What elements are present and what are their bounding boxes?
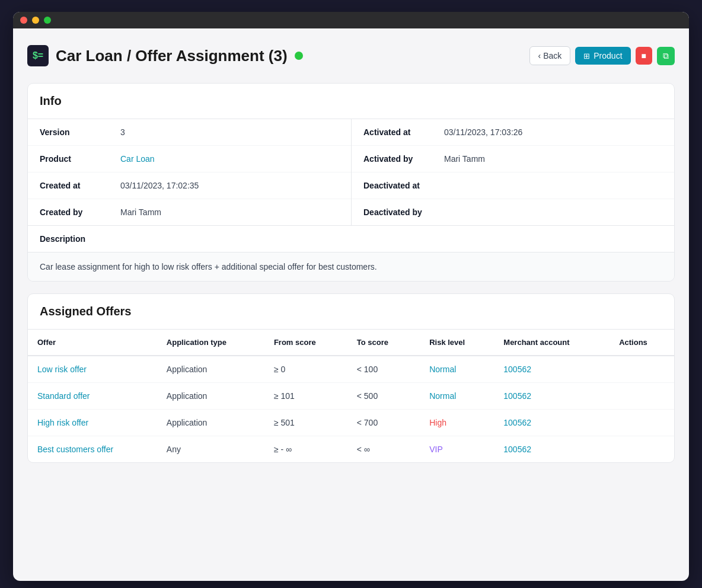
table-row: Standard offer Application ≥ 101 < 500 N… (28, 383, 674, 410)
main-content: $= Car Loan / Offer Assignment (3) ‹ Bac… (13, 28, 689, 487)
offer-name-2[interactable]: High risk offer (28, 410, 157, 436)
product-button[interactable]: ⊞ Product (575, 47, 630, 65)
description-value: Car lease assignment for high to low ris… (28, 253, 674, 281)
info-row-created-at: Created at 03/11/2023, 17:02:35 (28, 172, 351, 199)
header-actions: ‹ Back ⊞ Product ■ ⧉ (529, 46, 675, 65)
from-score-0: ≥ 0 (264, 356, 347, 383)
info-table: Version 3 Product Car Loan Created at 03… (28, 119, 674, 226)
app-icon-text: $= (33, 50, 43, 61)
to-score-2: < 700 (347, 410, 420, 436)
created-by-label: Created by (40, 207, 111, 217)
created-at-label: Created at (40, 181, 111, 190)
copy-icon: ⧉ (663, 51, 669, 61)
version-label: Version (40, 127, 111, 137)
activated-by-label: Activated by (363, 154, 435, 164)
info-row-product: Product Car Loan (28, 146, 351, 172)
minimize-dot[interactable] (32, 17, 39, 24)
copy-button[interactable]: ⧉ (657, 47, 675, 65)
created-by-value: Mari Tamm (120, 207, 161, 217)
back-label: ‹ Back (538, 51, 562, 60)
header-left: $= Car Loan / Offer Assignment (3) (27, 45, 303, 66)
description-label-row: Description (28, 226, 674, 253)
col-header-apptype: Application type (157, 330, 264, 356)
table-row: Best customers offer Any ≥ - ∞ < ∞ VIP 1… (28, 436, 674, 463)
col-header-actions: Actions (610, 330, 674, 356)
to-score-1: < 500 (347, 383, 420, 410)
info-row-version: Version 3 (28, 119, 351, 146)
offers-card: Assigned Offers Offer Application type (27, 293, 675, 463)
risk-level-3: VIP (420, 436, 494, 463)
table-header-row: Offer Application type From score To sco… (28, 330, 674, 356)
col-header-offer: Offer (28, 330, 157, 356)
info-row-deactivated-by: Deactivated by (352, 199, 674, 225)
description-label: Description (40, 234, 111, 244)
info-card-header: Info (28, 84, 674, 119)
table-row: Low risk offer Application ≥ 0 < 100 Nor… (28, 356, 674, 383)
merchant-account-0[interactable]: 100562 (494, 356, 610, 383)
to-score-3: < ∞ (347, 436, 420, 463)
app-type-0: Application (157, 356, 264, 383)
offers-table-container: Offer Application type From score To sco… (28, 330, 674, 462)
maximize-dot[interactable] (44, 17, 51, 24)
col-header-merchant: Merchant account (494, 330, 610, 356)
grid-icon: ⊞ (583, 52, 590, 60)
titlebar (13, 12, 689, 28)
info-left: Version 3 Product Car Loan Created at 03… (28, 119, 351, 225)
offer-name-0[interactable]: Low risk offer (28, 356, 157, 383)
created-at-value: 03/11/2023, 17:02:35 (120, 181, 199, 190)
actions-0 (610, 356, 674, 383)
status-indicator (295, 52, 303, 60)
activated-by-value: Mari Tamm (444, 154, 485, 164)
merchant-account-3[interactable]: 100562 (494, 436, 610, 463)
risk-level-0: Normal (420, 356, 494, 383)
product-value[interactable]: Car Loan (120, 154, 155, 164)
product-label-info: Product (40, 154, 111, 164)
actions-1 (610, 383, 674, 410)
col-header-risk: Risk level (420, 330, 494, 356)
main-window: $= Car Loan / Offer Assignment (3) ‹ Bac… (13, 12, 689, 581)
offer-name-3[interactable]: Best customers offer (28, 436, 157, 463)
square-icon: ■ (642, 51, 646, 60)
version-value: 3 (120, 127, 125, 137)
from-score-2: ≥ 501 (264, 410, 347, 436)
info-row-deactivated-at: Deactivated at (352, 172, 674, 199)
info-title: Info (40, 94, 662, 108)
deactivated-by-label: Deactivated by (363, 207, 435, 217)
offer-name-1[interactable]: Standard offer (28, 383, 157, 410)
merchant-account-2[interactable]: 100562 (494, 410, 610, 436)
app-type-3: Any (157, 436, 264, 463)
to-score-0: < 100 (347, 356, 420, 383)
actions-2 (610, 410, 674, 436)
delete-button[interactable]: ■ (636, 47, 652, 65)
table-row: High risk offer Application ≥ 501 < 700 … (28, 410, 674, 436)
info-card: Info Version 3 Product Car Loan Created … (27, 83, 675, 282)
info-row-activated-by: Activated by Mari Tamm (352, 146, 674, 172)
product-label: Product (593, 51, 622, 60)
col-header-from: From score (264, 330, 347, 356)
offers-table: Offer Application type From score To sco… (28, 330, 674, 462)
deactivated-at-label: Deactivated at (363, 181, 435, 190)
risk-level-1: Normal (420, 383, 494, 410)
from-score-1: ≥ 101 (264, 383, 347, 410)
offers-title: Assigned Offers (40, 305, 662, 318)
app-type-1: Application (157, 383, 264, 410)
activated-at-label: Activated at (363, 127, 435, 137)
risk-level-2: High (420, 410, 494, 436)
activated-at-value: 03/11/2023, 17:03:26 (444, 127, 522, 137)
offers-card-header: Assigned Offers (28, 294, 674, 330)
info-right: Activated at 03/11/2023, 17:03:26 Activa… (351, 119, 674, 225)
from-score-3: ≥ - ∞ (264, 436, 347, 463)
app-type-2: Application (157, 410, 264, 436)
page-title: Car Loan / Offer Assignment (3) (56, 47, 288, 65)
col-header-to: To score (347, 330, 420, 356)
info-row-activated-at: Activated at 03/11/2023, 17:03:26 (352, 119, 674, 146)
merchant-account-1[interactable]: 100562 (494, 383, 610, 410)
back-button[interactable]: ‹ Back (529, 46, 571, 65)
app-icon: $= (27, 45, 49, 66)
info-row-created-by: Created by Mari Tamm (28, 199, 351, 225)
actions-3 (610, 436, 674, 463)
close-dot[interactable] (20, 17, 27, 24)
page-header: $= Car Loan / Offer Assignment (3) ‹ Bac… (27, 40, 675, 71)
